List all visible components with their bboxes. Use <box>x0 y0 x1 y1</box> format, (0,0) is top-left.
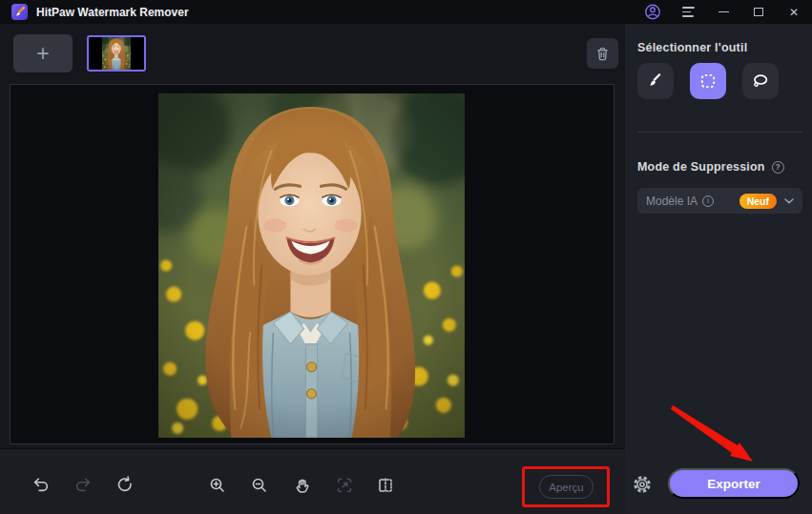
zoom-out-button[interactable] <box>245 471 274 500</box>
brush-icon <box>646 72 665 91</box>
undo-icon <box>31 476 51 495</box>
model-dropdown[interactable]: Modèle IA i Neuf <box>637 188 802 214</box>
reset-button[interactable] <box>111 471 139 500</box>
photo-image <box>158 93 465 438</box>
chevron-down-icon <box>784 198 794 204</box>
marquee-tool-button[interactable] <box>690 63 726 99</box>
hand-icon <box>293 476 312 495</box>
info-icon[interactable]: i <box>702 195 714 207</box>
gear-icon <box>632 474 653 495</box>
help-icon[interactable]: ? <box>772 161 784 174</box>
image-thumbnail-selected[interactable] <box>87 35 146 72</box>
editor-canvas[interactable] <box>10 84 614 444</box>
titlebar-controls: ✕ <box>644 4 802 21</box>
select-tool-title: Sélectionner l'outil <box>637 41 747 54</box>
model-label: Modèle IA <box>646 195 697 208</box>
new-badge: Neuf <box>739 194 777 209</box>
fit-screen-icon <box>335 476 354 495</box>
compare-button[interactable] <box>371 471 400 500</box>
redo-icon <box>73 476 93 495</box>
fit-screen-button[interactable] <box>330 471 359 500</box>
removal-mode-title: Mode de Suppression <box>637 160 765 174</box>
thumbnail-image <box>101 37 132 70</box>
title-bar: HitPaw Watermark Remover ✕ <box>0 0 812 24</box>
menu-icon[interactable] <box>679 4 697 21</box>
zoom-in-icon <box>208 476 227 495</box>
window-title: HitPaw Watermark Remover <box>36 6 189 19</box>
brush-tool-button[interactable] <box>637 63 674 99</box>
marquee-selection-icon <box>698 72 718 91</box>
compare-icon <box>376 476 395 495</box>
lasso-tool-button[interactable] <box>742 63 779 99</box>
sidebar-divider <box>637 132 802 133</box>
maximize-button[interactable] <box>750 4 767 21</box>
minimize-button[interactable] <box>715 4 732 21</box>
account-icon[interactable] <box>644 4 661 21</box>
trash-icon <box>593 45 612 63</box>
undo-button[interactable] <box>27 471 55 500</box>
app-logo-icon <box>11 4 28 20</box>
add-image-button[interactable]: + <box>13 34 73 72</box>
redo-button[interactable] <box>69 471 97 500</box>
removal-mode-row: Mode de Suppression ? <box>637 160 784 174</box>
settings-button[interactable] <box>630 472 655 497</box>
zoom-in-button[interactable] <box>203 471 232 500</box>
tool-buttons-row <box>637 63 779 99</box>
close-button[interactable]: ✕ <box>785 4 802 21</box>
zoom-out-icon <box>250 476 269 495</box>
right-sidebar: Sélectionner l'outil Mode de Suppression… <box>625 24 812 514</box>
delete-image-button[interactable] <box>587 38 618 69</box>
lasso-icon <box>751 72 770 91</box>
refresh-icon <box>115 476 135 495</box>
plus-icon: + <box>36 41 49 67</box>
pan-button[interactable] <box>288 471 317 500</box>
preview-button[interactable]: Aperçu <box>539 475 593 499</box>
export-button[interactable]: Exporter <box>668 468 800 499</box>
